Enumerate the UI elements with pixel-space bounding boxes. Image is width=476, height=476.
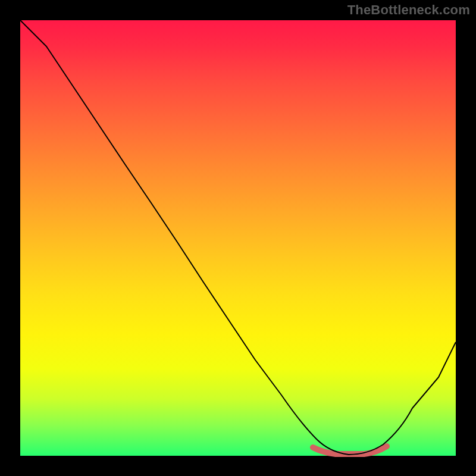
- bottleneck-curve-line: [20, 20, 456, 455]
- chart-container: TheBottleneck.com: [0, 0, 476, 476]
- watermark-text: TheBottleneck.com: [347, 2, 470, 18]
- optimal-range-highlight: [313, 446, 387, 454]
- plot-area: [20, 20, 456, 456]
- curve-layer: [20, 20, 456, 456]
